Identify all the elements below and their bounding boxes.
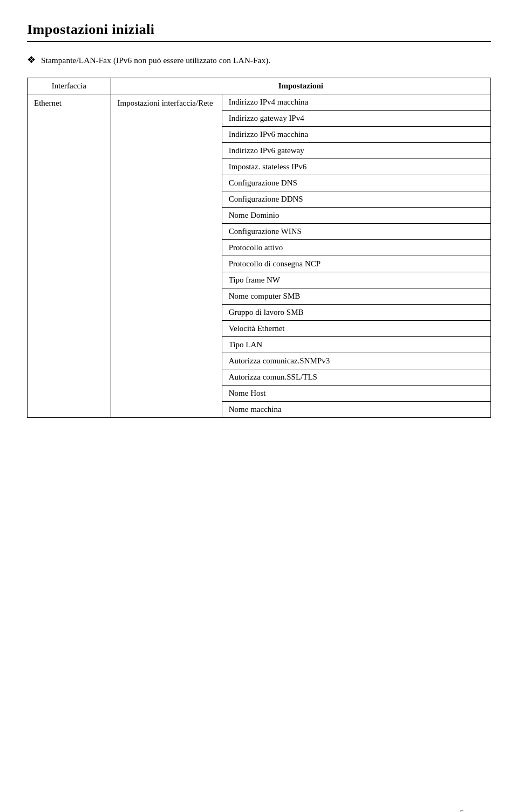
interface-cell: Ethernet	[28, 94, 111, 418]
settings-row-20: Nome macchina	[222, 402, 490, 418]
settings-row-6: Configurazione DNS	[222, 175, 490, 191]
subtitle-text: Stampante/LAN-Fax (IPv6 non può essere u…	[41, 56, 270, 65]
subtitle: ❖ Stampante/LAN-Fax (IPv6 non può essere…	[27, 54, 491, 66]
settings-row-19: Nome Host	[222, 386, 490, 402]
settings-row-13: Nome computer SMB	[222, 288, 490, 305]
header-impostazioni: Impostazioni	[111, 78, 490, 94]
settings-row-2: Indirizzo gateway IPv4	[222, 111, 490, 127]
page-number: 5	[460, 808, 465, 812]
settings-row-17: Autorizza comunicaz.SNMPv3	[222, 353, 490, 369]
settings-row-1: Indirizzo IPv4 macchina	[222, 94, 490, 111]
settings-table: Interfaccia Impostazioni Ethernet Impost…	[27, 78, 491, 418]
settings-row-3: Indirizzo IPv6 macchina	[222, 127, 490, 143]
settings-row-11: Protocollo di consegna NCP	[222, 256, 490, 272]
header-interfaccia: Interfaccia	[28, 78, 111, 94]
impostazioni-sub-cell: Impostazioni interfaccia/Rete	[111, 94, 222, 418]
settings-row-14: Gruppo di lavoro SMB	[222, 305, 490, 321]
settings-row-15: Velocità Ethernet	[222, 321, 490, 337]
settings-row-9: Configurazione WINS	[222, 224, 490, 240]
diamond-icon: ❖	[27, 54, 36, 66]
settings-row-5: Impostaz. stateless IPv6	[222, 159, 490, 175]
settings-row-8: Nome Dominio	[222, 208, 490, 224]
settings-row-18: Autorizza comun.SSL/TLS	[222, 369, 490, 386]
settings-row-4: Indirizzo IPv6 gateway	[222, 143, 490, 159]
settings-row-12: Tipo frame NW	[222, 272, 490, 288]
title-divider	[27, 41, 491, 42]
settings-row-16: Tipo LAN	[222, 337, 490, 353]
table-row: Ethernet Impostazioni interfaccia/Rete I…	[28, 94, 491, 111]
settings-row-10: Protocollo attivo	[222, 240, 490, 256]
settings-row-7: Configurazione DDNS	[222, 191, 490, 208]
page-title: Impostazioni iniziali	[27, 22, 491, 38]
